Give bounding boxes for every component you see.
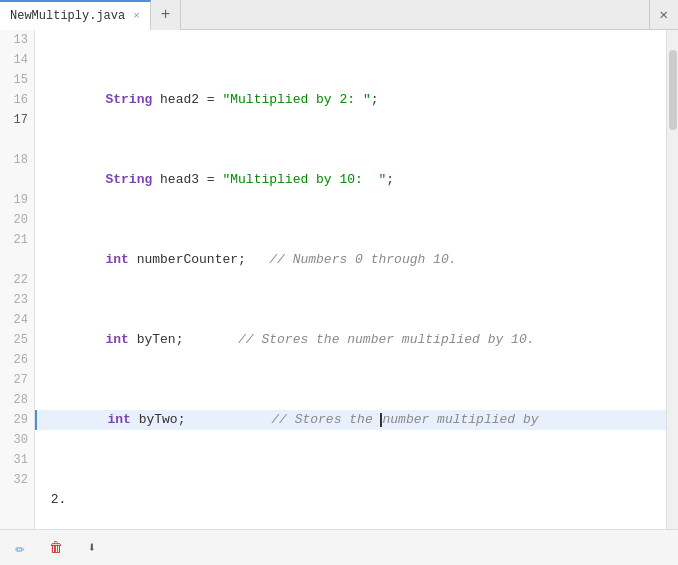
line-num-28: 28 bbox=[0, 390, 34, 410]
delete-button[interactable]: 🗑 bbox=[46, 538, 66, 558]
file-tab[interactable]: NewMultiply.java × bbox=[0, 0, 151, 30]
code-line-13: String head2 = "Multiplied by 2: "; bbox=[43, 90, 666, 110]
line-num-20: 20 bbox=[0, 210, 34, 230]
scrollbar-thumb[interactable] bbox=[669, 50, 677, 130]
pencil-button[interactable]: ✏ bbox=[10, 538, 30, 558]
code-line-14: String head3 = "Multiplied by 10: "; bbox=[43, 170, 666, 190]
str-head2: "Multiplied by 2: " bbox=[222, 90, 370, 110]
line-num-empty-21b bbox=[0, 250, 34, 270]
download-icon: ⬇ bbox=[88, 539, 96, 556]
line-num-17: 17 bbox=[0, 110, 34, 130]
code-content[interactable]: String head2 = "Multiplied by 2: "; Stri… bbox=[35, 30, 666, 529]
line-num-18: 18 bbox=[0, 150, 34, 170]
line-num-30: 30 bbox=[0, 430, 34, 450]
code-line-16: int byTen; // Stores the number multipli… bbox=[43, 330, 666, 350]
delete-icon: 🗑 bbox=[49, 540, 63, 556]
editor-container: NewMultiply.java × + ✕ 13 14 15 16 17 18… bbox=[0, 0, 678, 565]
line-num-13: 13 bbox=[0, 30, 34, 50]
kw-int-16: int bbox=[105, 330, 128, 350]
cmt-17b: number multiplied by bbox=[382, 410, 538, 430]
kw-string-14: String bbox=[105, 170, 152, 190]
tab-close-icon[interactable]: × bbox=[133, 10, 140, 22]
line-num-23: 23 bbox=[0, 290, 34, 310]
kw-string-13: String bbox=[105, 90, 152, 110]
line-num-24: 24 bbox=[0, 310, 34, 330]
code-area: 13 14 15 16 17 18 19 20 21 22 23 24 25 2… bbox=[0, 30, 678, 529]
line-num-29: 29 bbox=[0, 410, 34, 430]
indent bbox=[43, 90, 105, 110]
line-num-31: 31 bbox=[0, 450, 34, 470]
str-head3: "Multiplied by 10: " bbox=[222, 170, 386, 190]
code-line-17cont: 2. bbox=[43, 490, 666, 510]
cmt-17: // Stores the bbox=[271, 410, 380, 430]
line-num-21: 21 bbox=[0, 230, 34, 250]
line-num-14: 14 bbox=[0, 50, 34, 70]
line-num-25: 25 bbox=[0, 330, 34, 350]
line-num-26: 26 bbox=[0, 350, 34, 370]
bottom-toolbar: ✏ 🗑 ⬇ bbox=[0, 529, 678, 565]
line-num-16: 16 bbox=[0, 90, 34, 110]
tab-spacer bbox=[181, 0, 648, 30]
close-editor-button[interactable]: ✕ bbox=[649, 0, 678, 30]
code-line-15: int numberCounter; // Numbers 0 through … bbox=[43, 250, 666, 270]
line-numbers: 13 14 15 16 17 18 19 20 21 22 23 24 25 2… bbox=[0, 30, 35, 529]
line-num-15: 15 bbox=[0, 70, 34, 90]
line-num-empty-17b bbox=[0, 130, 34, 150]
cmt-15: // Numbers 0 through 10. bbox=[269, 250, 456, 270]
line-num-27: 27 bbox=[0, 370, 34, 390]
scrollbar[interactable] bbox=[666, 30, 678, 529]
code-line-17: int byTwo; // Stores the number multipli… bbox=[35, 410, 666, 430]
line-num-32: 32 bbox=[0, 470, 34, 490]
tab-filename: NewMultiply.java bbox=[10, 9, 125, 23]
cmt-16: // Stores the number multiplied by 10. bbox=[238, 330, 534, 350]
pencil-icon: ✏ bbox=[15, 538, 25, 558]
line-num-22: 22 bbox=[0, 270, 34, 290]
line-num-empty-18b bbox=[0, 170, 34, 190]
new-tab-button[interactable]: + bbox=[151, 0, 182, 30]
line-num-19: 19 bbox=[0, 190, 34, 210]
kw-int-15: int bbox=[105, 250, 128, 270]
kw-int-17: int bbox=[107, 410, 130, 430]
tab-bar: NewMultiply.java × + ✕ bbox=[0, 0, 678, 30]
download-button[interactable]: ⬇ bbox=[82, 538, 102, 558]
